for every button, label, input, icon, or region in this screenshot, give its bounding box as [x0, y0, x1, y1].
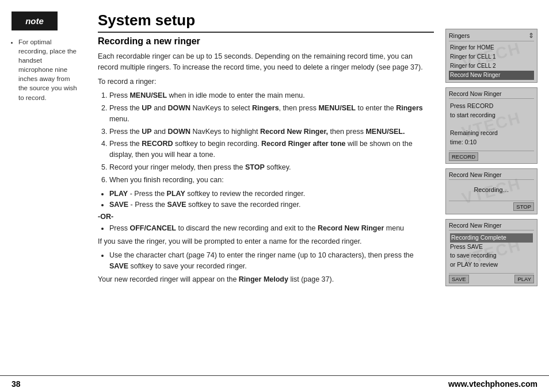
note-box: note	[12, 11, 58, 30]
intro-text: Each recordable ringer can be up to 15 s…	[98, 51, 434, 73]
screen1-title: Ringers ⇕	[449, 32, 534, 41]
screen2-softkeys: RECORD	[449, 151, 534, 161]
step-4: Press the RECORD softkey to begin record…	[109, 139, 434, 160]
screen3-recording-text: Recording…	[474, 186, 509, 193]
step-3: Press the UP and DOWN NavKeys to highlig…	[109, 126, 434, 137]
screen2-line1: Press RECORD	[450, 102, 493, 109]
page-title: System setup	[98, 11, 434, 33]
screen2-content: Press RECORD to start recording Remainin…	[449, 101, 534, 148]
bullet-play: PLAY - Press the PLAY softkey to review …	[109, 189, 434, 199]
screen2-title: Record Now Ringer	[449, 90, 534, 99]
screen4-softkey-save[interactable]: SAVE	[449, 275, 469, 283]
screen4-softkey-play[interactable]: PLAY	[514, 275, 534, 283]
or-bullet-list: Press OFF/CANCEL to discard the new reco…	[98, 223, 434, 234]
screen2-softkey-record[interactable]: RECORD	[449, 152, 478, 161]
footer-url: www.vtechphones.com	[448, 379, 537, 389]
screen4-softkeys: SAVE PLAY	[449, 273, 534, 283]
char-chart-list: Use the character chart (page 74) to ent…	[98, 250, 434, 272]
bullet-list: PLAY - Press the PLAY softkey to review …	[98, 189, 434, 210]
note-label: note	[25, 16, 44, 26]
step-5: Record your ringer melody, then press th…	[109, 162, 434, 173]
list-item-cell2: Ringer for CELL 2	[449, 62, 534, 71]
main-content: note For optimal recording, place the ha…	[0, 0, 549, 375]
steps-list: Press MENU/SEL when in idle mode to ente…	[98, 90, 434, 185]
section-title: Recording a new ringer	[98, 36, 434, 47]
screen3-title: Record New Ringer	[449, 171, 534, 180]
screen3-softkeys: STOP	[449, 201, 534, 211]
step-6: When you finish recording, you can:	[109, 175, 434, 186]
screen4-line1: Recording Complete	[450, 233, 533, 243]
footer-page-number: 38	[12, 379, 21, 389]
char-chart-item: Use the character chart (page 74) to ent…	[109, 250, 434, 272]
list-item-home: Ringer for HOME	[449, 43, 534, 52]
screen4-line2: Press SAVE	[450, 243, 483, 250]
screen4-content: Recording Complete Press SAVE to save re…	[449, 232, 534, 271]
step-1: Press MENU/SEL when in idle mode to ente…	[109, 90, 434, 101]
final-text: Your new recorded ringer will appear on …	[98, 274, 434, 285]
or-label: -OR-	[98, 213, 434, 221]
bullet-save: SAVE - Press the SAVE softkey to save th…	[109, 199, 434, 210]
sidebar: note For optimal recording, place the ha…	[12, 11, 86, 370]
step-2: Press the UP and DOWN NavKeys to select …	[109, 103, 434, 125]
screen2-line4: time: 0:10	[450, 139, 476, 145]
list-item-cell1: Ringer for CELL 1	[449, 52, 534, 62]
sidebar-note-text: For optimal recording, place the handset…	[18, 37, 78, 102]
screen3-content: Recording…	[449, 182, 534, 199]
footer: 38 www.vtechphones.com	[0, 375, 549, 392]
screen4-line4: or PLAY to review	[450, 261, 498, 268]
sidebar-note: For optimal recording, place the handset…	[12, 37, 78, 102]
to-record-label: To record a ringer:	[98, 76, 434, 87]
screen-complete: VTECH Record New Ringer Recording Comple…	[445, 219, 537, 286]
screen-press-record: VTECH Record Now Ringer Press RECORD to …	[445, 87, 537, 164]
screen4-line3: to save recording	[450, 252, 497, 259]
page: note For optimal recording, place the ha…	[0, 0, 549, 392]
screen1-arrow: ⇕	[528, 32, 534, 40]
screen1-list: Ringer for HOME Ringer for CELL 1 Ringer…	[449, 43, 534, 80]
list-item-record-new: Record New Ringer	[449, 71, 534, 80]
center-content: System setup Recording a new ringer Each…	[86, 11, 445, 370]
or-bullet: Press OFF/CANCEL to discard the new reco…	[109, 223, 434, 234]
screen2-line3: Remaining record	[450, 129, 498, 136]
screen2-line2: to start recording	[450, 112, 495, 118]
screen4-title: Record New Ringer	[449, 222, 534, 230]
screen-ringers: VTECH Ringers ⇕ Ringer for HOME Ringer f…	[445, 29, 537, 83]
right-panel: VTECH Ringers ⇕ Ringer for HOME Ringer f…	[445, 11, 537, 370]
save-info: If you save the ringer, you will be prom…	[98, 236, 434, 247]
screen-recording: VTECH Record New Ringer Recording… STOP	[445, 168, 537, 214]
screen3-softkey-stop[interactable]: STOP	[513, 202, 534, 211]
